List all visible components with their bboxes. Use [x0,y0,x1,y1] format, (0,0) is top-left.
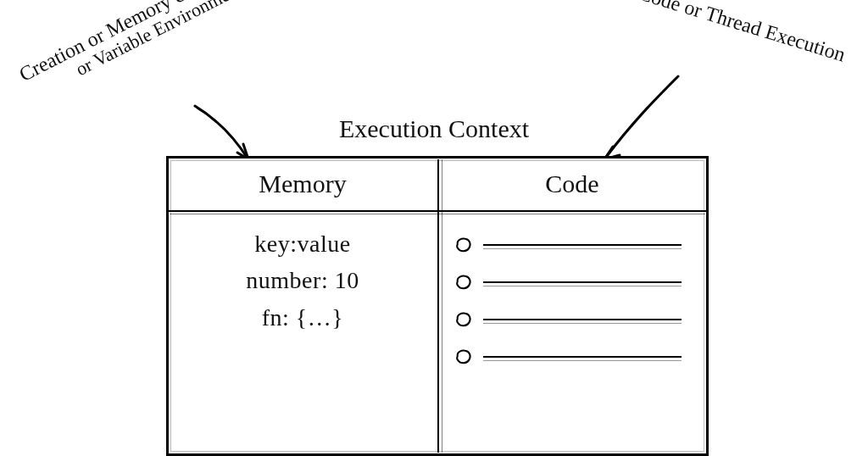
memory-line-1: key:value [185,225,420,262]
code-line-placeholder [483,319,682,320]
code-row [454,270,682,295]
circle-icon [454,236,473,253]
code-rows-container [454,225,690,370]
circle-icon [454,274,473,291]
annotation-memory-phase: Creation or Memory creation phase or Var… [16,0,293,104]
memory-line-2: number: 10 [185,262,420,298]
code-row [454,344,682,370]
code-column [437,212,707,456]
header-row: Memory Code [168,158,707,212]
arrow-to-code [589,72,682,170]
memory-column: key:value number: 10 fn: {…} [168,212,437,456]
code-line-placeholder [483,356,682,358]
memory-line-3: fn: {…} [185,299,420,336]
code-line-placeholder [483,281,682,283]
code-line-placeholder [483,244,682,246]
memory-header: Memory [168,158,437,210]
code-header: Code [437,158,707,210]
diagram-stage: Execution Context Creation or Memory cre… [0,0,868,456]
diagram-title: Execution Context [339,114,529,143]
circle-icon [454,311,473,328]
code-row [454,232,682,258]
memory-content: key:value number: 10 fn: {…} [185,225,420,336]
code-row [454,307,682,332]
circle-icon [454,348,473,365]
body-row: key:value number: 10 fn: {…} [168,212,707,456]
annotation-code-thread: Code or Thread Execution [636,0,848,66]
execution-context-box: Memory Code key:value number: 10 fn: {…} [166,156,709,456]
